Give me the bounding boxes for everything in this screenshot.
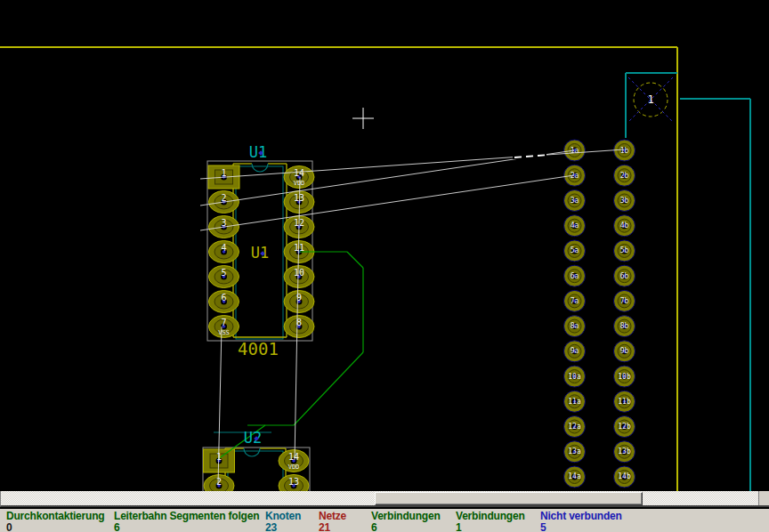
- pad-number: 5: [221, 268, 226, 278]
- pad-label: 7a: [571, 297, 579, 305]
- status-value: 0: [6, 522, 104, 532]
- pad-conn-12b[interactable]: 12b: [614, 416, 635, 438]
- pad-conn-14a[interactable]: 14a: [564, 466, 586, 488]
- pad-label: 3a: [571, 197, 579, 205]
- courtyard-outline: [228, 451, 283, 491]
- u1-footprint-text[interactable]: 4001: [238, 339, 279, 359]
- pad-conn-6b[interactable]: 6b: [614, 265, 635, 286]
- pad-label: 12a: [568, 423, 581, 431]
- pad-conn-7b[interactable]: 7b: [614, 290, 635, 311]
- status-value: 23: [265, 522, 301, 532]
- silkscreen-notch-arc: [252, 164, 268, 172]
- pad-label: 11a: [568, 398, 581, 406]
- pad-conn-1b[interactable]: 1b: [614, 140, 635, 161]
- anchor-pin-label: 1: [647, 93, 653, 106]
- pad-label: 13a: [568, 447, 581, 455]
- pad-label: 9b: [620, 347, 629, 355]
- pad-conn-4a[interactable]: 4a: [564, 215, 586, 237]
- pad-conn-11a[interactable]: 11a: [564, 391, 586, 412]
- pad-conn-9b[interactable]: 9b: [614, 341, 635, 362]
- pad-conn-13a[interactable]: 13a: [564, 441, 586, 463]
- pad-conn-10b[interactable]: 10b: [614, 366, 635, 387]
- pad-conn-13b[interactable]: 13b: [614, 441, 635, 463]
- u1-value-text[interactable]: U1: [251, 244, 269, 262]
- pad-conn-3b[interactable]: 3b: [614, 189, 635, 211]
- pad-number: 14: [294, 168, 304, 178]
- ratsnest-dash: [538, 155, 545, 156]
- pad-number: 1: [221, 168, 226, 178]
- pad-number: 1: [216, 452, 222, 462]
- pad-conn-12a[interactable]: 12a: [564, 416, 586, 438]
- ratsnest[interactable]: [200, 149, 624, 485]
- pad-conn-8a[interactable]: 8a: [564, 316, 586, 337]
- pad-label: 13b: [618, 447, 631, 455]
- status-bar: Durchkontaktierung 0 Leiterbahn Segmente…: [0, 509, 769, 532]
- pad-conn-5b[interactable]: 5b: [614, 240, 635, 262]
- pad-net-label: VDD: [294, 180, 305, 187]
- status-value: 6: [114, 522, 259, 532]
- pad-conn-1a[interactable]: 1a: [564, 140, 586, 161]
- pad-number: 10: [294, 268, 304, 278]
- pad-number: 11: [294, 243, 304, 253]
- track-segment[interactable]: [347, 252, 363, 268]
- pad-conn-2a[interactable]: 2a: [564, 165, 586, 186]
- scrollbar-corner: [758, 491, 769, 505]
- status-label: Verbindungen: [456, 511, 525, 521]
- pad-conn-4b[interactable]: 4b: [614, 215, 635, 237]
- status-field-nodes: Knoten 23: [265, 509, 301, 532]
- pad-label: 6b: [620, 272, 629, 280]
- footprint-anchor[interactable]: 1: [628, 77, 673, 122]
- pad-conn-7a[interactable]: 7a: [564, 290, 586, 311]
- pad-label: 11b: [618, 398, 631, 406]
- pad-conn-2b[interactable]: 2b: [614, 165, 635, 186]
- pad-conn-14b[interactable]: 14b: [614, 466, 635, 488]
- pad-conn-6a[interactable]: 6a: [564, 265, 586, 286]
- status-value: 1: [456, 522, 525, 532]
- pcb-canvas[interactable]: 11a1b2a2b3a3b4a4b5a5b6a6b7a7b8a8b9a9b10a…: [0, 0, 769, 491]
- pad-net-label: VSS: [218, 329, 230, 336]
- pad-conn-3a[interactable]: 3a: [564, 189, 586, 211]
- pad-label: 2b: [620, 172, 629, 180]
- status-field-connections: Verbindungen 6: [371, 509, 441, 532]
- pad-label: 14a: [568, 472, 581, 480]
- pad-conn-9a[interactable]: 9a: [564, 341, 586, 362]
- u1-reference-text[interactable]: U1: [249, 143, 267, 161]
- crosshair-cursor: [352, 108, 374, 129]
- status-value: 5: [540, 522, 622, 532]
- pad-label: 1b: [620, 147, 629, 155]
- track-segment[interactable]: [294, 352, 363, 425]
- pad-label: 7b: [620, 297, 629, 305]
- connector-outline[interactable]: [626, 73, 750, 491]
- pad-conn-5a[interactable]: 5a: [564, 240, 586, 262]
- status-label: Knoten: [265, 511, 301, 521]
- pad-label: 8b: [620, 322, 629, 330]
- status-field-connections-2: Verbindungen 1: [456, 509, 525, 532]
- status-field-nets: Netze 21: [319, 509, 346, 532]
- status-field-vias: Durchkontaktierung 0: [6, 509, 104, 532]
- pad-number: 2: [216, 477, 222, 487]
- pad-label: 5a: [571, 246, 579, 254]
- pad-number: 13: [294, 193, 304, 203]
- pad-conn-10a[interactable]: 10a: [564, 366, 586, 387]
- pad-number: 7: [221, 318, 226, 327]
- u2-reference-text[interactable]: U2: [244, 429, 262, 447]
- status-label: Nicht verbunden: [540, 511, 622, 521]
- pad-label: 14b: [618, 472, 631, 480]
- scrollbar-thumb[interactable]: [375, 492, 643, 505]
- pad-label: 4a: [571, 222, 579, 230]
- connector-pads: 1a1b2a2b3a3b4a4b5a5b6a6b7a7b8a8b9a9b10a1…: [564, 140, 635, 488]
- silkscreen-notch-arc: [244, 448, 260, 456]
- horizontal-scrollbar[interactable]: [0, 491, 769, 507]
- pad-label: 3b: [620, 197, 629, 205]
- ratsnest-dash: [514, 157, 522, 157]
- status-label: Leiterbahn Segmenten folgen: [114, 511, 259, 521]
- ratsnest-line[interactable]: [200, 175, 574, 230]
- status-field-track-segments: Leiterbahn Segmenten folgen 6: [114, 509, 259, 532]
- pad-number: 2: [221, 193, 226, 203]
- pad-conn-8b[interactable]: 8b: [614, 316, 635, 337]
- pad-label: 6a: [571, 272, 579, 280]
- pad-label: 10b: [618, 373, 631, 381]
- pad-number: 6: [221, 293, 226, 302]
- status-field-unconnected: Nicht verbunden 5: [540, 509, 622, 532]
- pad-conn-11b[interactable]: 11b: [614, 391, 635, 412]
